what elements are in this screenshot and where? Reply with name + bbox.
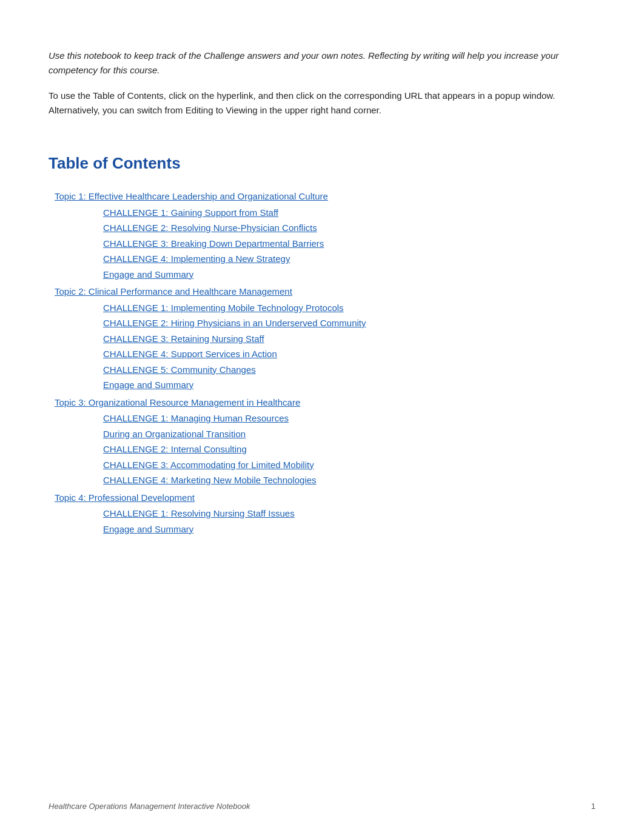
engage-link-1[interactable]: Engage and Summary xyxy=(55,268,595,282)
challenge-link-1-2[interactable]: CHALLENGE 2: Resolving Nurse-Physician C… xyxy=(55,221,595,235)
topic-link-1[interactable]: Topic 1: Effective Healthcare Leadership… xyxy=(55,190,595,204)
challenge-link-1-1[interactable]: CHALLENGE 1: Gaining Support from Staff xyxy=(55,206,595,220)
topic-group-4: Topic 4: Professional DevelopmentCHALLEN… xyxy=(55,491,595,537)
challenge-link-2-5[interactable]: CHALLENGE 5: Community Changes xyxy=(55,363,595,377)
toc-section: Table of Contents Topic 1: Effective Hea… xyxy=(49,154,595,536)
challenge-link-4-1[interactable]: CHALLENGE 1: Resolving Nursing Staff Iss… xyxy=(55,507,595,521)
topic-group-1: Topic 1: Effective Healthcare Leadership… xyxy=(55,190,595,281)
challenge-link-3-5[interactable]: CHALLENGE 4: Marketing New Mobile Techno… xyxy=(55,474,595,488)
topic-group-3: Topic 3: Organizational Resource Managem… xyxy=(55,396,595,488)
engage-link-2[interactable]: Engage and Summary xyxy=(55,378,595,392)
engage-link-4[interactable]: Engage and Summary xyxy=(55,523,595,537)
toc-container: Topic 1: Effective Healthcare Leadership… xyxy=(49,190,595,536)
topic-group-2: Topic 2: Clinical Performance and Health… xyxy=(55,285,595,392)
topic-link-2[interactable]: Topic 2: Clinical Performance and Health… xyxy=(55,285,595,299)
intro-italic: Use this notebook to keep track of the C… xyxy=(49,49,595,78)
challenge-link-3-3[interactable]: CHALLENGE 2: Internal Consulting xyxy=(55,443,595,457)
challenge-link-1-3[interactable]: CHALLENGE 3: Breaking Down Departmental … xyxy=(55,237,595,251)
intro-normal: To use the Table of Contents, click on t… xyxy=(49,89,595,118)
challenge-link-3-4[interactable]: CHALLENGE 3: Accommodating for Limited M… xyxy=(55,458,595,472)
challenge-link-3-1[interactable]: CHALLENGE 1: Managing Human Resources xyxy=(55,412,595,426)
footer-page: 1 xyxy=(591,802,595,811)
challenge-link-2-3[interactable]: CHALLENGE 3: Retaining Nursing Staff xyxy=(55,332,595,346)
footer-title: Healthcare Operations Management Interac… xyxy=(49,802,250,811)
challenge-link-2-2[interactable]: CHALLENGE 2: Hiring Physicians in an Und… xyxy=(55,317,595,330)
challenge-link-2-1[interactable]: CHALLENGE 1: Implementing Mobile Technol… xyxy=(55,301,595,315)
toc-title: Table of Contents xyxy=(49,154,595,173)
challenge-link-3-2[interactable]: During an Organizational Transition xyxy=(55,428,595,441)
topic-link-3[interactable]: Topic 3: Organizational Resource Managem… xyxy=(55,396,595,410)
challenge-link-1-4[interactable]: CHALLENGE 4: Implementing a New Strategy xyxy=(55,252,595,266)
topic-link-4[interactable]: Topic 4: Professional Development xyxy=(55,491,595,505)
page-container: Use this notebook to keep track of the C… xyxy=(0,0,644,576)
footer: Healthcare Operations Management Interac… xyxy=(49,802,595,811)
challenge-link-2-4[interactable]: CHALLENGE 4: Support Services in Action xyxy=(55,347,595,361)
